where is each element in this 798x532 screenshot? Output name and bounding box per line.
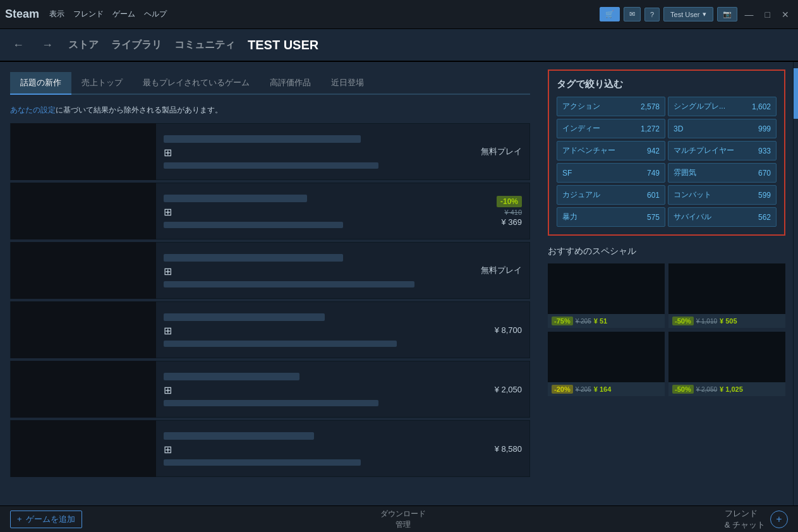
close-btn[interactable]: ✕ xyxy=(778,8,793,21)
tag-violence[interactable]: 暴力 575 xyxy=(557,207,665,227)
game-title-redacted xyxy=(164,432,314,440)
nav-bar: ← → ストア ライブラリ コミュニティ TEST USER xyxy=(0,29,798,62)
download-manager-btn[interactable]: ダウンロード 管理 xyxy=(380,509,426,530)
game-title-redacted xyxy=(164,254,343,262)
specials-section: おすすめのスペシャル -75% ¥ 205 ¥ 51 -50% ¥ 1,010 xyxy=(548,246,785,396)
forward-button[interactable]: → xyxy=(39,36,56,54)
game-item[interactable]: ⊞ ¥ 8,580 xyxy=(10,420,530,477)
tag-multiplayer[interactable]: マルチプレイヤー 933 xyxy=(668,141,777,160)
special-discount: -50% xyxy=(672,385,694,394)
tag-indie[interactable]: インディー 1,272 xyxy=(557,119,665,138)
store-icon-btn[interactable]: 🛒 xyxy=(600,7,620,21)
maximize-btn[interactable]: □ xyxy=(761,8,774,21)
nav-community[interactable]: コミュニティ xyxy=(174,39,235,52)
minimize-btn[interactable]: — xyxy=(741,8,758,21)
download-sub: 管理 xyxy=(396,519,411,530)
platform-windows-icon: ⊞ xyxy=(164,265,172,277)
game-item[interactable]: ⊞ 無料プレイ xyxy=(10,242,530,299)
game-item[interactable]: ⊞ -10% ¥ 410 ¥ 369 xyxy=(10,183,530,239)
title-bar: Steam 表示 フレンド ゲーム ヘルプ 🛒 ✉ ? Test User ▾ … xyxy=(0,0,798,29)
special-discount: -50% xyxy=(672,317,694,325)
special-final-price: ¥ 51 xyxy=(594,317,607,325)
game-price: ¥ 8,700 xyxy=(495,325,522,335)
game-info: ⊞ xyxy=(156,130,529,174)
notice-text: に基づいて結果から除外される製品があります。 xyxy=(56,106,222,114)
game-price: -10% ¥ 410 ¥ 369 xyxy=(497,196,522,227)
special-thumbnail xyxy=(548,263,665,314)
friends-chat-button[interactable]: + xyxy=(770,511,788,528)
tab-upcoming[interactable]: 近日登場 xyxy=(321,72,374,95)
game-thumbnail xyxy=(11,420,156,477)
back-button[interactable]: ← xyxy=(10,36,27,54)
plus-icon: + xyxy=(17,514,22,524)
scrollbar[interactable] xyxy=(793,62,798,505)
tag-adventure[interactable]: アドベンチャー 942 xyxy=(557,141,665,160)
tag-singleplayer[interactable]: シングルプレ... 1,602 xyxy=(668,97,777,116)
game-thumbnail xyxy=(11,301,156,358)
tag-sf[interactable]: SF 749 xyxy=(557,163,665,183)
game-price: 無料プレイ xyxy=(481,265,522,276)
tab-top-sellers[interactable]: 売上トップ xyxy=(71,72,133,95)
game-thumbnail xyxy=(11,361,156,418)
tag-grid: アクション 2,578 シングルプレ... 1,602 インディー 1,272 … xyxy=(557,97,777,227)
special-thumbnail xyxy=(668,263,785,314)
menu-help[interactable]: ヘルプ xyxy=(144,9,167,20)
game-price: ¥ 2,050 xyxy=(495,385,522,394)
user-menu-btn[interactable]: Test User ▾ xyxy=(663,7,713,21)
tab-top-rated[interactable]: 高評価作品 xyxy=(260,72,321,95)
free-label: 無料プレイ xyxy=(481,146,522,157)
tag-survival[interactable]: サバイバル 562 xyxy=(668,207,777,227)
tag-3d[interactable]: 3D 999 xyxy=(668,119,777,138)
game-item[interactable]: ⊞ 無料プレイ xyxy=(10,123,530,180)
price-label: ¥ 8,700 xyxy=(495,325,522,335)
game-item[interactable]: ⊞ ¥ 8,700 xyxy=(10,301,530,358)
tag-atmosphere[interactable]: 雰囲気 670 xyxy=(668,163,777,183)
platform-windows-icon: ⊞ xyxy=(164,384,172,396)
screenshot-btn[interactable]: 📷 xyxy=(717,7,737,21)
special-orig-price: ¥ 2,050 xyxy=(696,386,717,393)
settings-link[interactable]: あなたの設定 xyxy=(10,106,56,114)
special-item-2[interactable]: -20% ¥ 205 ¥ 164 xyxy=(548,332,665,396)
special-thumbnail xyxy=(548,332,665,382)
nav-store[interactable]: ストア xyxy=(68,39,99,52)
menu-games[interactable]: ゲーム xyxy=(112,9,135,20)
special-item-0[interactable]: -75% ¥ 205 ¥ 51 xyxy=(548,263,665,328)
tab-most-played[interactable]: 最もプレイされているゲーム xyxy=(133,72,260,95)
tag-casual[interactable]: カジュアル 601 xyxy=(557,185,665,205)
special-item-1[interactable]: -50% ¥ 1,010 ¥ 505 xyxy=(668,263,785,328)
game-info: ⊞ xyxy=(156,190,529,233)
special-final-price: ¥ 505 xyxy=(720,317,737,325)
game-title-redacted xyxy=(164,135,361,143)
tab-new-trending[interactable]: 話題の新作 xyxy=(10,72,71,95)
platform-windows-icon: ⊞ xyxy=(164,325,172,337)
platform-windows-icon: ⊞ xyxy=(164,444,172,456)
scrollbar-thumb[interactable] xyxy=(794,68,798,119)
game-info: ⊞ xyxy=(156,368,529,411)
free-label: 無料プレイ xyxy=(481,265,522,276)
platform-windows-icon: ⊞ xyxy=(164,147,172,159)
download-label: ダウンロード xyxy=(380,509,426,519)
add-game-button[interactable]: + ゲームを追加 xyxy=(10,511,82,528)
nav-library[interactable]: ライブラリ xyxy=(111,39,162,52)
game-item[interactable]: ⊞ ¥ 2,050 xyxy=(10,361,530,418)
exclusion-notice: あなたの設定に基づいて結果から除外される製品があります。 xyxy=(10,105,530,116)
chat-icon-btn[interactable]: ✉ xyxy=(624,7,641,21)
menu-view[interactable]: 表示 xyxy=(49,9,64,20)
game-subtitle-redacted xyxy=(164,400,378,406)
game-info: ⊞ xyxy=(156,427,529,471)
special-discount: -75% xyxy=(552,317,573,325)
title-bar-controls: 🛒 ✉ ? Test User ▾ 📷 — □ ✕ xyxy=(600,7,793,21)
price-label: ¥ 2,050 xyxy=(495,385,522,394)
special-item-3[interactable]: -50% ¥ 2,050 ¥ 1,025 xyxy=(668,332,785,396)
tag-combat[interactable]: コンバット 599 xyxy=(668,185,777,205)
game-subtitle-redacted xyxy=(164,459,361,466)
special-orig-price: ¥ 205 xyxy=(576,386,591,393)
price-label: ¥ 8,580 xyxy=(495,444,522,454)
special-price-bar: -50% ¥ 1,010 ¥ 505 xyxy=(668,314,785,328)
game-info: ⊞ xyxy=(156,249,529,293)
help-btn[interactable]: ? xyxy=(644,8,660,21)
menu-friends[interactable]: フレンド xyxy=(73,9,104,20)
tag-action[interactable]: アクション 2,578 xyxy=(557,97,665,116)
category-tabs: 話題の新作 売上トップ 最もプレイされているゲーム 高評価作品 近日登場 xyxy=(10,72,530,95)
game-subtitle-redacted xyxy=(164,162,378,169)
